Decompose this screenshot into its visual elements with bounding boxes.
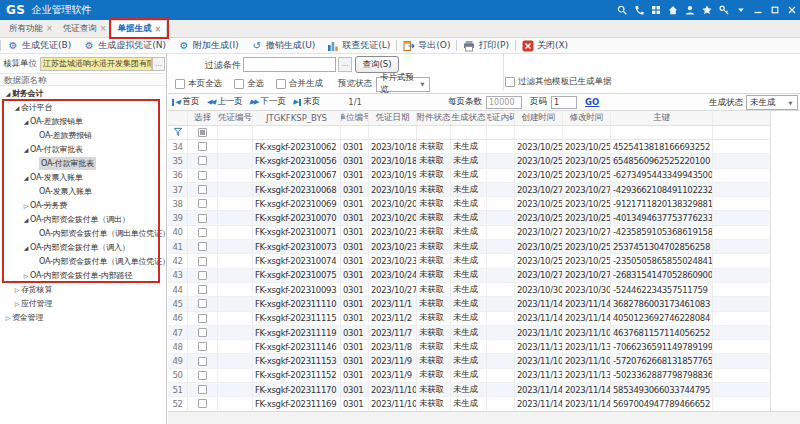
tree-item[interactable]: ▷OA-内部资金拨付单-内部路径 [0, 268, 166, 282]
table-row[interactable]: 47FK-xsgkf-20231111903012023/11/7未获取未生成2… [168, 326, 771, 340]
row-checkbox[interactable] [198, 357, 207, 366]
column-header-gen[interactable]: 生成状态 [451, 111, 487, 125]
toolbar-button-gear[interactable]: ⚙生成虚拟凭证(N) [77, 39, 172, 52]
tree-item[interactable]: ◢OA-差旅报销单 [0, 114, 166, 128]
filter-cell-sel[interactable] [188, 126, 218, 139]
collapsed-arrow-icon[interactable]: ▷ [4, 314, 12, 321]
row-select-cell[interactable] [188, 369, 218, 382]
phone-icon[interactable] [634, 5, 644, 15]
row-select-cell[interactable] [188, 169, 218, 182]
accounting-unit-input[interactable]: 江苏盐城港响水港开发集团有限公司 [40, 57, 152, 71]
toolbar-button-chart[interactable]: 联查凭证(L) [321, 39, 396, 52]
first-page-button[interactable]: ◀ 首页 [172, 96, 199, 108]
apps-icon[interactable] [651, 5, 661, 15]
go-link[interactable]: GO [585, 97, 599, 107]
row-select-cell[interactable] [188, 254, 218, 267]
tree-item[interactable]: ▷OA-劳务费 [0, 198, 166, 212]
row-checkbox[interactable] [198, 171, 207, 180]
expanded-arrow-icon[interactable]: ◢ [22, 216, 30, 223]
row-select-cell[interactable] [188, 397, 218, 410]
select-all-checkbox[interactable] [198, 128, 207, 137]
prev-page-button[interactable]: ◀◀ 上一页 [206, 96, 242, 108]
star-icon[interactable] [702, 5, 712, 15]
expanded-arrow-icon[interactable]: ◢ [13, 104, 21, 111]
option-checkbox[interactable] [175, 79, 185, 89]
row-select-cell[interactable] [188, 340, 218, 353]
table-row[interactable]: 43FK-xsgkf-20231007503012023/10/24未获取未生成… [168, 269, 771, 283]
collapsed-arrow-icon[interactable]: ▷ [13, 300, 21, 307]
row-checkbox[interactable] [198, 185, 207, 194]
accounting-unit-browse-button[interactable]: … [152, 57, 165, 71]
user-icon[interactable] [685, 5, 695, 15]
close-icon[interactable] [787, 5, 797, 15]
toolbar-button-export[interactable]: 导出(O) [397, 39, 456, 52]
tree-item[interactable]: ◢会计平台 [0, 100, 166, 114]
minimize-icon[interactable] [753, 5, 763, 15]
tree-item[interactable]: ◢OA-付款审批表 [0, 142, 166, 156]
toolbar-button-undo[interactable]: ↺撤销生成(U) [245, 39, 322, 52]
filter-funnel-icon[interactable] [173, 127, 183, 139]
tree-item[interactable]: OA-发票入账单 [0, 184, 166, 198]
row-checkbox[interactable] [198, 314, 207, 323]
column-header-sel[interactable]: 选择 [188, 111, 218, 125]
per-page-input[interactable]: 10000 [486, 96, 522, 109]
table-row[interactable]: 50FK-xsgkf-20231115203012023/11/9未获取未生成2… [168, 369, 771, 383]
row-checkbox[interactable] [198, 228, 207, 237]
collapsed-arrow-icon[interactable]: ▷ [13, 286, 21, 293]
row-checkbox[interactable] [198, 156, 207, 165]
row-checkbox[interactable] [198, 199, 207, 208]
table-row[interactable]: 37FK-xsgkf-20231006803012023/10/19未获取未生成… [168, 183, 771, 197]
home-icon[interactable] [668, 5, 678, 15]
table-row[interactable]: 46FK-xsgkf-20231111503012023/11/2未获取未生成2… [168, 312, 771, 326]
last-page-button[interactable]: ▶ 末页 [293, 96, 320, 108]
column-header-key[interactable]: 主键 [611, 111, 713, 125]
row-select-cell[interactable] [188, 240, 218, 253]
row-checkbox[interactable] [198, 299, 207, 308]
tree-item[interactable]: ◢财务会计 [0, 86, 166, 100]
table-row[interactable]: 34FK-xsgkf-20231006203012023/10/18未获取未生成… [168, 140, 771, 154]
tree-item[interactable]: ◢OA-内部资金拨付单（调入） [0, 240, 166, 254]
table-row[interactable]: 41FK-xsgkf-20231007303012023/10/23未获取未生成… [168, 240, 771, 254]
tree-item[interactable]: OA-内部资金拨付单（调出单位凭证） [0, 226, 166, 240]
table-row[interactable]: 49FK-xsgkf-20231115303012023/11/9未获取未生成2… [168, 354, 771, 368]
search-icon[interactable] [617, 5, 627, 15]
expanded-arrow-icon[interactable]: ◢ [4, 90, 12, 97]
option-checkbox[interactable] [276, 79, 286, 89]
column-header-code[interactable]: 凭证内码 [487, 111, 515, 125]
row-checkbox[interactable] [198, 142, 207, 151]
collapsed-arrow-icon[interactable]: ▷ [22, 202, 30, 209]
tab-item[interactable]: 所有功能× [4, 20, 58, 37]
table-row[interactable]: 48FK-xsgkf-20231114603012023/11/8未获取未生成2… [168, 340, 771, 354]
tree-item[interactable]: ◢OA-内部资金拨付单（调出） [0, 212, 166, 226]
table-row[interactable]: 38FK-xsgkf-20231006903012023/10/20未获取未生成… [168, 197, 771, 211]
column-header-vno[interactable]: 凭证编号 [218, 111, 253, 125]
table-row[interactable]: 35FK-xsgkf-20231005603012023/10/18未获取未生成… [168, 154, 771, 168]
tab-close-icon[interactable]: × [46, 24, 53, 33]
row-select-cell[interactable] [188, 211, 218, 224]
tab-close-icon[interactable]: × [154, 25, 161, 34]
row-checkbox[interactable] [198, 242, 207, 251]
toolbar-button-gear[interactable]: ⚙附加生成(I) [172, 39, 245, 52]
tab-item[interactable]: 凭证查询× [58, 20, 112, 37]
toolbar-button-gear[interactable]: ⚙生成凭证(B) [1, 39, 77, 52]
column-header-date[interactable]: 凭证日期 [369, 111, 417, 125]
tree-item[interactable]: OA-差旅费报销 [0, 128, 166, 142]
tab-active[interactable]: 单据生成× [111, 20, 167, 37]
option-checkbox[interactable] [234, 79, 244, 89]
table-row[interactable]: 39FK-xsgkf-20231007003012023/10/20未获取未生成… [168, 211, 771, 225]
toolbar-button-print[interactable]: 打印(P) [457, 39, 514, 52]
table-row[interactable]: 45FK-xsgkf-20231111003012023/11/1未获取未生成2… [168, 297, 771, 311]
row-checkbox[interactable] [198, 285, 207, 294]
tree-item[interactable]: ▷应付管理 [0, 296, 166, 310]
column-header-att[interactable]: 附件状态 [417, 111, 451, 125]
toolbar-button-closex[interactable]: 关闭(X) [516, 39, 574, 52]
row-checkbox[interactable] [198, 271, 207, 280]
row-checkbox[interactable] [198, 214, 207, 223]
row-checkbox[interactable] [198, 371, 207, 380]
expanded-arrow-icon[interactable]: ◢ [22, 118, 30, 125]
page-number-input[interactable]: 1 [551, 96, 577, 109]
filter-cell-num[interactable] [168, 126, 188, 139]
row-select-cell[interactable] [188, 283, 218, 296]
row-checkbox[interactable] [198, 257, 207, 266]
row-select-cell[interactable] [188, 226, 218, 239]
